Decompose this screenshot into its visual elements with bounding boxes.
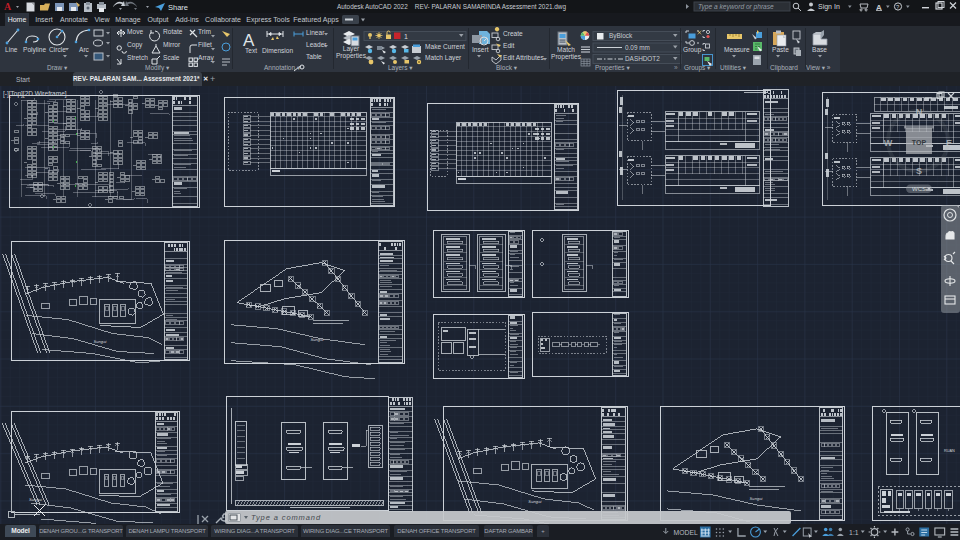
svg-text:MODEL: MODEL xyxy=(674,528,698,535)
svg-text:[-][Top][2D Wireframe]: [-][Top][2D Wireframe] xyxy=(3,89,67,97)
svg-text:DASHDOT2: DASHDOT2 xyxy=(625,55,660,62)
svg-text:0.09 mm: 0.09 mm xyxy=(625,44,650,51)
svg-text:N: N xyxy=(916,107,923,117)
svg-text:Sign In: Sign In xyxy=(818,3,840,11)
svg-text:Sungai: Sungai xyxy=(528,499,542,504)
svg-text:A: A xyxy=(4,1,12,12)
svg-text:Sungai: Sungai xyxy=(750,496,764,501)
svg-text:1: 1 xyxy=(404,33,408,40)
svg-text:RUAN: RUAN xyxy=(944,449,955,453)
svg-text:W: W xyxy=(884,138,893,148)
svg-text:WCS: WCS xyxy=(912,186,926,192)
svg-text:1:1: 1:1 xyxy=(849,528,859,535)
svg-text:?: ? xyxy=(896,4,900,10)
svg-text:Sungai: Sungai xyxy=(310,337,324,342)
svg-text:Type a keyword or phrase: Type a keyword or phrase xyxy=(698,3,774,11)
svg-text:Sungai: Sungai xyxy=(93,338,107,343)
svg-text:Sungai: Sungai xyxy=(29,496,43,501)
svg-text:TOP: TOP xyxy=(912,138,927,145)
svg-text:Share: Share xyxy=(168,3,188,12)
svg-text:E: E xyxy=(946,138,952,148)
svg-text:S: S xyxy=(916,166,922,176)
svg-text:ByBlock: ByBlock xyxy=(609,32,633,40)
